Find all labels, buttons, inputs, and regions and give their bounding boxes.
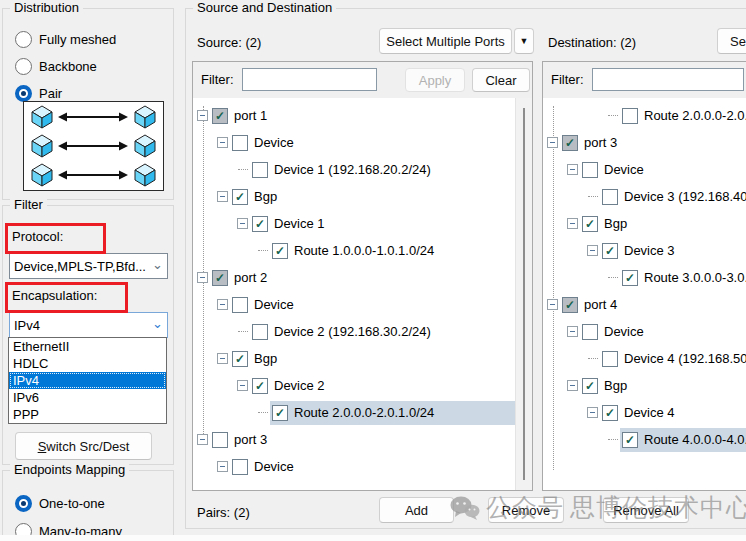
tree-node[interactable]: Device 2 (192.168.30.2/24) bbox=[193, 318, 516, 345]
tree-checkbox[interactable] bbox=[602, 189, 618, 205]
tree-checkbox[interactable]: ✓ bbox=[272, 243, 288, 259]
tree-checkbox[interactable] bbox=[232, 459, 248, 475]
tree-node[interactable]: Device 4 (192.168.50 bbox=[543, 345, 746, 372]
tree-node[interactable]: ✓Bgp bbox=[543, 372, 746, 399]
tree-checkbox[interactable] bbox=[602, 351, 618, 367]
tree-node[interactable]: ✓Bgp bbox=[543, 210, 746, 237]
remove-button[interactable]: Remove bbox=[488, 497, 564, 523]
source-tree-scrollbar[interactable] bbox=[515, 98, 532, 490]
tree-node[interactable]: ✓Device 2 bbox=[193, 372, 516, 399]
tree-node[interactable]: Device bbox=[193, 291, 516, 318]
tree-checkbox[interactable]: ✓ bbox=[212, 270, 228, 286]
collapse-minus-icon[interactable] bbox=[587, 407, 598, 418]
tree-node[interactable]: ✓Device 4 bbox=[543, 399, 746, 426]
collapse-minus-icon[interactable] bbox=[587, 245, 598, 256]
dropdown-option-hdlc[interactable]: HDLC bbox=[9, 355, 166, 372]
collapse-minus-icon[interactable] bbox=[197, 110, 208, 121]
tree-checkbox[interactable] bbox=[582, 162, 598, 178]
tree-checkbox[interactable]: ✓ bbox=[562, 297, 578, 313]
tree-checkbox[interactable]: ✓ bbox=[252, 216, 268, 232]
tree-node[interactable]: ✓Route 1.0.0.0-1.0.1.0/24 bbox=[193, 237, 516, 264]
tree-checkbox[interactable]: ✓ bbox=[562, 135, 578, 151]
tree-node[interactable]: Device 3 (192.168.40 bbox=[543, 183, 746, 210]
tree-checkbox[interactable]: ✓ bbox=[232, 351, 248, 367]
source-apply-button[interactable]: Apply bbox=[405, 68, 465, 92]
collapse-minus-icon[interactable] bbox=[237, 380, 248, 391]
protocol-combobox[interactable]: Device,MPLS-TP,Bfd... ⌄ bbox=[9, 253, 168, 279]
collapse-minus-icon[interactable] bbox=[197, 434, 208, 445]
tree-checkbox[interactable] bbox=[232, 135, 248, 151]
collapse-minus-icon[interactable] bbox=[197, 272, 208, 283]
tree-node[interactable]: Device bbox=[193, 129, 516, 156]
tree-checkbox[interactable]: ✓ bbox=[602, 405, 618, 421]
collapse-minus-icon[interactable] bbox=[237, 218, 248, 229]
select-multiple-ports-button-destination[interactable]: Select Multiple Ports bbox=[717, 28, 746, 54]
add-button[interactable]: Add bbox=[379, 497, 454, 523]
switch-src-dest-button[interactable]: Switch Src/Dest bbox=[15, 432, 152, 460]
tree-indent bbox=[193, 358, 217, 359]
tree-node-content: ✓Device 3 bbox=[600, 239, 746, 263]
tree-checkbox[interactable] bbox=[622, 108, 638, 124]
tree-checkbox[interactable]: ✓ bbox=[622, 270, 638, 286]
tree-checkbox[interactable]: ✓ bbox=[272, 405, 288, 421]
tree-node[interactable]: port 3 bbox=[193, 426, 516, 453]
dropdown-option-ipv4[interactable]: IPv4 bbox=[9, 372, 166, 389]
collapse-minus-icon[interactable] bbox=[217, 191, 228, 202]
collapse-minus-icon[interactable] bbox=[567, 218, 578, 229]
tree-node-content: Device bbox=[580, 320, 746, 344]
tree-node[interactable]: ✓Bgp bbox=[193, 345, 516, 372]
collapse-minus-icon[interactable] bbox=[217, 353, 228, 364]
tree-node[interactable]: Device bbox=[543, 318, 746, 345]
collapse-minus-icon[interactable] bbox=[547, 137, 558, 148]
tree-node[interactable]: ✓port 1 bbox=[193, 102, 516, 129]
collapse-minus-icon[interactable] bbox=[547, 299, 558, 310]
tree-checkbox[interactable]: ✓ bbox=[252, 378, 268, 394]
collapse-minus-icon[interactable] bbox=[217, 299, 228, 310]
encapsulation-combobox[interactable]: IPv4 ⌄ bbox=[9, 312, 168, 338]
tree-checkbox[interactable]: ✓ bbox=[602, 243, 618, 259]
tree-checkbox[interactable] bbox=[582, 324, 598, 340]
destination-filter-input[interactable] bbox=[592, 68, 744, 91]
tree-node[interactable]: ✓Route 3.0.0.0-3.0. bbox=[543, 264, 746, 291]
dropdown-option-ethernetii[interactable]: EthernetII bbox=[9, 338, 166, 355]
distribution-radio-option[interactable]: Backbone bbox=[15, 55, 97, 77]
tree-node[interactable]: ✓Route 2.0.0.0-2.0.1.0/24 bbox=[193, 399, 516, 426]
tree-node[interactable]: Device 1 (192.168.20.2/24) bbox=[193, 156, 516, 183]
source-tree: ✓port 1DeviceDevice 1 (192.168.20.2/24)✓… bbox=[193, 98, 516, 490]
tree-node[interactable]: ✓Bgp bbox=[193, 183, 516, 210]
tree-node[interactable]: Device bbox=[193, 453, 516, 480]
tree-node[interactable]: Device bbox=[543, 156, 746, 183]
select-multiple-ports-button[interactable]: Select Multiple Ports bbox=[379, 28, 512, 54]
dropdown-option-ppp[interactable]: PPP bbox=[9, 406, 166, 423]
collapse-minus-icon[interactable] bbox=[217, 461, 228, 472]
tree-checkbox[interactable]: ✓ bbox=[622, 432, 638, 448]
tree-node[interactable]: ✓port 2 bbox=[193, 264, 516, 291]
endpoints-mapping-radio-option[interactable]: One-to-one bbox=[15, 492, 105, 514]
collapse-minus-icon[interactable] bbox=[567, 326, 578, 337]
radio-icon bbox=[15, 85, 32, 102]
tree-checkbox[interactable] bbox=[232, 297, 248, 313]
tree-checkbox[interactable]: ✓ bbox=[232, 189, 248, 205]
tree-checkbox[interactable] bbox=[252, 324, 268, 340]
tree-checkbox[interactable]: ✓ bbox=[582, 378, 598, 394]
source-clear-button[interactable]: Clear bbox=[472, 68, 530, 92]
scrollbar-thumb[interactable] bbox=[523, 108, 525, 480]
tree-node[interactable]: ✓port 3 bbox=[543, 129, 746, 156]
tree-checkbox[interactable]: ✓ bbox=[212, 108, 228, 124]
collapse-minus-icon[interactable] bbox=[567, 164, 578, 175]
collapse-minus-icon[interactable] bbox=[217, 137, 228, 148]
source-filter-input[interactable] bbox=[242, 68, 377, 91]
tree-checkbox[interactable]: ✓ bbox=[582, 216, 598, 232]
tree-node[interactable]: ✓Device 3 bbox=[543, 237, 746, 264]
collapse-minus-icon[interactable] bbox=[567, 380, 578, 391]
tree-node[interactable]: ✓port 4 bbox=[543, 291, 746, 318]
remove-all-button[interactable]: Remove All bbox=[603, 497, 689, 523]
dropdown-option-ipv6[interactable]: IPv6 bbox=[9, 389, 166, 406]
tree-node[interactable]: ✓Device 1 bbox=[193, 210, 516, 237]
tree-node[interactable]: ✓Route 4.0.0.0-4.0. bbox=[543, 426, 746, 453]
select-ports-dropdown-arrow-button[interactable]: ▼ bbox=[514, 28, 534, 54]
tree-checkbox[interactable] bbox=[252, 162, 268, 178]
tree-checkbox[interactable] bbox=[212, 432, 228, 448]
tree-node[interactable]: Route 2.0.0.0-2.0. bbox=[543, 102, 746, 129]
distribution-radio-option[interactable]: Fully meshed bbox=[15, 28, 116, 50]
